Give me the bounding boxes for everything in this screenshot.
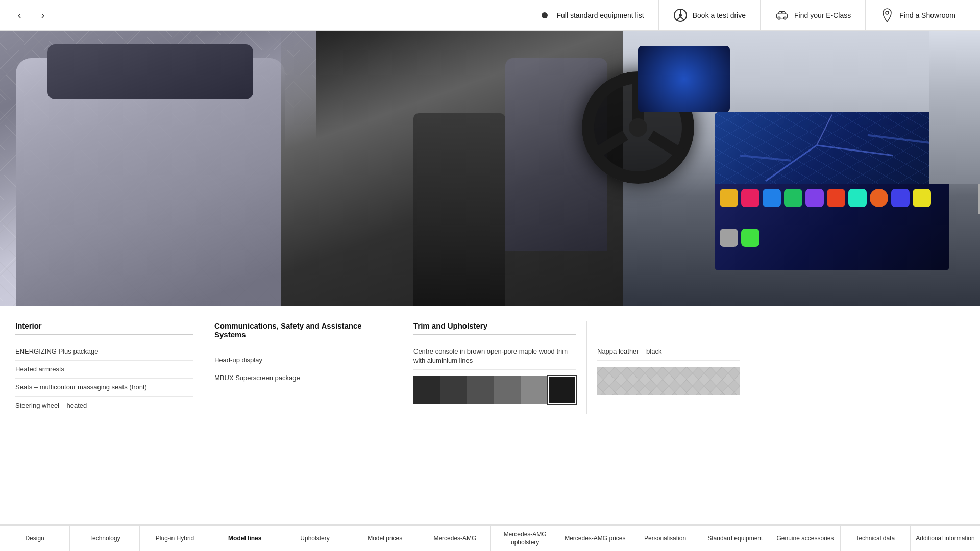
nav-arrows: ‹ › xyxy=(10,6,52,24)
hero-image xyxy=(0,31,980,306)
svg-point-8 xyxy=(781,12,783,13)
dot-icon xyxy=(537,8,552,22)
interior-item-2: Heated armrests xyxy=(15,361,193,379)
trim-description: Centre console in brown open-pore maple … xyxy=(413,343,576,370)
steering-wheel-icon xyxy=(673,8,688,22)
car-icon xyxy=(775,8,789,22)
interior-item-4: Steering wheel – heated xyxy=(15,397,193,414)
tab-standard-equipment[interactable]: Standard equipment xyxy=(700,526,770,551)
communications-panel-title: Communications, Safety and Assistance Sy… xyxy=(214,321,393,343)
full-equipment-label: Full standard equipment list xyxy=(557,11,644,19)
communications-item-2: MBUX Superscreen package xyxy=(214,369,393,387)
svg-line-15 xyxy=(766,145,817,181)
swatch-6[interactable] xyxy=(548,376,577,404)
trim-panel-title: Trim and Upholstery xyxy=(413,321,576,335)
mbux-screen xyxy=(715,112,949,270)
screen-map xyxy=(715,112,949,184)
nappa-description: Nappa leather – black xyxy=(597,343,740,361)
scrollbar[interactable] xyxy=(978,184,980,214)
main-content: Interior ENERGIZING Plus package Heated … xyxy=(0,0,980,424)
svg-point-1 xyxy=(679,14,682,17)
info-section: Interior ENERGIZING Plus package Heated … xyxy=(0,306,980,424)
svg-line-4 xyxy=(680,17,684,20)
svg-line-13 xyxy=(651,135,684,156)
tab-upholstery[interactable]: Upholstery xyxy=(280,526,350,551)
tab-mercedes-amg-upholstery[interactable]: Mercedes-AMG upholstery xyxy=(491,526,560,551)
upholstery-preview xyxy=(597,367,740,395)
tab-technology[interactable]: Technology xyxy=(70,526,140,551)
tab-technical-data[interactable]: Technical data xyxy=(841,526,911,551)
find-showroom-label: Find a Showroom xyxy=(899,11,955,19)
find-showroom-link[interactable]: Find a Showroom xyxy=(865,0,970,31)
tab-additional-information[interactable]: Additional information xyxy=(911,526,980,551)
trim-panel: Trim and Upholstery Centre console in br… xyxy=(413,321,587,414)
swatch-2[interactable] xyxy=(440,376,468,404)
tab-model-lines[interactable]: Model lines xyxy=(210,526,280,551)
svg-point-9 xyxy=(886,11,889,14)
tab-design[interactable]: Design xyxy=(0,526,70,551)
communications-panel: Communications, Safety and Assistance Sy… xyxy=(214,321,403,414)
nappa-panel: Placeholder Nappa leather – black xyxy=(597,321,750,414)
svg-line-12 xyxy=(592,135,625,156)
tab-plug-in-hybrid[interactable]: Plug-in Hybrid xyxy=(140,526,210,551)
interior-item-3: Seats – multicontour massaging seats (fr… xyxy=(15,379,193,396)
svg-point-14 xyxy=(629,118,647,137)
next-arrow[interactable]: › xyxy=(34,6,52,24)
svg-line-18 xyxy=(740,156,791,161)
find-eclass-label: Find your E-Class xyxy=(794,11,851,19)
tab-model-prices[interactable]: Model prices xyxy=(350,526,420,551)
tab-mercedes-amg[interactable]: Mercedes-AMG xyxy=(420,526,490,551)
color-swatches xyxy=(413,376,576,404)
seat-area xyxy=(0,31,316,306)
interior-panel-title: Interior xyxy=(15,321,193,335)
top-navigation: ‹ › Full standard equipment list Book a … xyxy=(0,0,980,31)
svg-line-16 xyxy=(817,145,893,156)
svg-line-3 xyxy=(676,17,680,20)
find-eclass-link[interactable]: Find your E-Class xyxy=(760,0,865,31)
swatch-4[interactable] xyxy=(494,376,521,404)
full-equipment-link[interactable]: Full standard equipment list xyxy=(523,0,658,31)
communications-item-1: Head-up display xyxy=(214,352,393,369)
swatch-5[interactable] xyxy=(521,376,548,404)
interior-item-1: ENERGIZING Plus package xyxy=(15,343,193,361)
test-drive-link[interactable]: Book a test drive xyxy=(658,0,760,31)
swatch-1[interactable] xyxy=(413,376,440,404)
svg-line-17 xyxy=(817,115,832,145)
location-pin-icon xyxy=(880,8,894,22)
svg-rect-21 xyxy=(597,367,740,395)
interior-panel: Interior ENERGIZING Plus package Heated … xyxy=(15,321,204,414)
prev-arrow[interactable]: ‹ xyxy=(10,6,29,24)
bottom-navigation: Design Technology Plug-in Hybrid Model l… xyxy=(0,524,980,551)
tab-mercedes-amg-prices[interactable]: Mercedes-AMG prices xyxy=(560,526,630,551)
nav-actions: Full standard equipment list Book a test… xyxy=(523,0,970,31)
tab-genuine-accessories[interactable]: Genuine accessories xyxy=(770,526,840,551)
swatch-3[interactable] xyxy=(467,376,494,404)
test-drive-label: Book a test drive xyxy=(693,11,746,19)
tab-personalisation[interactable]: Personalisation xyxy=(630,526,700,551)
dashboard-area xyxy=(623,31,980,306)
screen-apps xyxy=(715,184,949,271)
